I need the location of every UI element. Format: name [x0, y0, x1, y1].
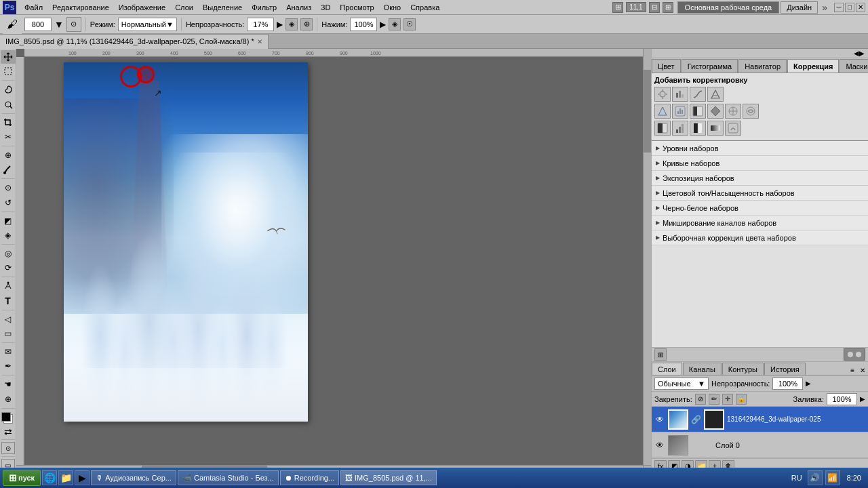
text-tool-button[interactable]: T	[1, 294, 16, 308]
slice-tool-button[interactable]: ✂	[1, 130, 16, 144]
taskbar-item-photoshop[interactable]: 🖼 IMG_8505.psd @ 11,...	[340, 470, 437, 485]
menu-edit[interactable]: Редактирование	[48, 2, 113, 13]
eyedropper-button[interactable]: ✒	[1, 359, 16, 373]
tab-close-button[interactable]: ✕	[257, 38, 262, 45]
colorbalance-adj-icon[interactable]	[743, 104, 759, 119]
layer-panel-menu[interactable]: ≡	[848, 366, 857, 375]
shape-tool-button[interactable]: ▭	[1, 327, 16, 340]
brush-tool-button[interactable]	[1, 163, 16, 176]
lock-position-btn[interactable]: ✛	[722, 394, 733, 405]
menu-layers[interactable]: Слои	[171, 2, 197, 13]
crop-tool-button[interactable]	[1, 116, 16, 129]
layer-panel-close[interactable]: ✕	[857, 366, 868, 375]
gradientmap-adj-icon[interactable]	[707, 121, 724, 136]
flow-icon[interactable]: ⊕	[300, 18, 313, 30]
move-tool-button[interactable]	[1, 50, 16, 64]
design-button[interactable]: Дизайн	[781, 1, 818, 14]
workspace-button[interactable]: Основная рабочая среда	[677, 1, 780, 14]
exposure-adj-icon[interactable]	[707, 87, 724, 102]
start-button[interactable]: ⊞ пуск	[3, 470, 41, 486]
adj-item-huesat[interactable]: ▶ Цветовой тон/Насыщенность наборов	[652, 186, 868, 201]
arrange-icon[interactable]: ⊟	[649, 2, 660, 13]
blur-tool-button[interactable]: ◎	[1, 247, 16, 260]
notes-button[interactable]: ✉	[1, 345, 16, 359]
channelmix-adj-icon[interactable]	[725, 104, 741, 119]
threshold-adj-icon[interactable]	[690, 121, 706, 136]
tab-masks[interactable]: Маски	[840, 59, 868, 73]
photofilter-adj-icon[interactable]	[707, 104, 724, 119]
bw-adj-icon[interactable]	[690, 104, 706, 119]
zoom-tool-button[interactable]: ⊕	[1, 392, 16, 405]
size-arrow[interactable]: ▼	[54, 19, 64, 30]
adj-item-curves[interactable]: ▶ Кривые наборов	[652, 156, 868, 171]
adj-item-channelmix[interactable]: ▶ Микширование каналов наборов	[652, 216, 868, 230]
vertical-scrollbar[interactable]	[643, 49, 651, 465]
menu-image[interactable]: Изображение	[115, 2, 170, 13]
mode-dropdown[interactable]: Нормальный▼	[118, 18, 177, 31]
hand-tool-button[interactable]: ☚	[1, 378, 16, 391]
healing-brush-button[interactable]: ⊕	[1, 148, 16, 162]
quick-mask-button[interactable]: ⊙	[1, 442, 15, 455]
selectivecolor-adj-icon[interactable]	[725, 121, 741, 136]
tab-layers[interactable]: Слои	[652, 363, 682, 375]
adj-item-bw[interactable]: ▶ Черно-белое наборов	[652, 201, 868, 216]
taskbar-item-recording[interactable]: ⏺ Recording...	[280, 470, 339, 485]
layer-1-visibility[interactable]: 👁	[654, 414, 665, 425]
tablet-icon[interactable]: ◈	[389, 18, 401, 30]
document-tab[interactable]: IMG_8505.psd @ 11,1% (1316429446_3d-wall…	[0, 34, 269, 49]
levels-adj-icon[interactable]	[672, 87, 688, 102]
fill-input[interactable]: 100%	[827, 393, 857, 405]
foreground-color[interactable]	[1, 412, 11, 422]
menu-window[interactable]: Окно	[380, 2, 406, 13]
huesat-adj-icon[interactable]	[654, 104, 671, 119]
fill-up-btn[interactable]: ▶	[860, 395, 865, 403]
input-language[interactable]: RU	[789, 474, 805, 482]
switch-colors[interactable]: ⇄	[4, 426, 12, 437]
panel-expand-btn[interactable]: ◀▶	[852, 49, 867, 57]
tab-channels[interactable]: Каналы	[683, 363, 722, 375]
layer-1-mask-thumbnail[interactable]	[704, 409, 724, 430]
vscroll-thumb[interactable]	[644, 70, 651, 153]
clone-stamp-button[interactable]: ⊙	[1, 181, 16, 195]
lock-pixels-btn[interactable]: ✏	[709, 394, 719, 405]
lasso-tool-button[interactable]	[1, 83, 16, 96]
eraser-button[interactable]: ◩	[1, 214, 16, 228]
blend-mode-dropdown[interactable]: Обычные▼	[654, 378, 709, 390]
toggle-airbrush[interactable]: ⊙	[66, 17, 81, 32]
tab-histogram[interactable]: Гистограмма	[682, 59, 738, 73]
close-button[interactable]: ✕	[856, 3, 865, 12]
extend-arrow[interactable]: »	[819, 2, 830, 13]
invert-adj-icon[interactable]	[654, 121, 671, 136]
brush-size-input[interactable]: 800	[24, 18, 52, 31]
panels-icon[interactable]: ⊞	[663, 2, 673, 13]
taskbar-media-icon[interactable]: ▶	[75, 470, 90, 485]
tab-color[interactable]: Цвет	[652, 59, 681, 73]
tray-volume[interactable]: 🔊	[808, 470, 823, 485]
taskbar-folder-icon[interactable]: 📁	[58, 470, 73, 485]
menu-view[interactable]: Просмотр	[336, 2, 378, 13]
layout-icon[interactable]: ⊞	[612, 2, 623, 13]
curves-adj-icon[interactable]	[690, 87, 706, 102]
canvas-area[interactable]: 100 200 300 400 500 600 700 800 900 1000	[16, 49, 651, 473]
gradient-tool-button[interactable]: ◈	[1, 228, 16, 242]
tab-history[interactable]: История	[764, 363, 806, 375]
layers-opacity-input[interactable]: 100%	[772, 378, 803, 390]
opacity-up-btn[interactable]: ▶	[806, 380, 811, 387]
tray-network[interactable]: 📶	[825, 470, 840, 485]
menu-help[interactable]: Справка	[406, 2, 443, 13]
opacity-input[interactable]: 17%	[247, 18, 274, 31]
taskbar-item-audio[interactable]: 🎙 Аудиозапись Сер...	[91, 470, 176, 485]
menu-3d[interactable]: 3D	[317, 2, 334, 13]
quick-select-button[interactable]	[1, 98, 16, 111]
current-tool-icon[interactable]: 🖌	[3, 15, 22, 34]
tab-navigator[interactable]: Навигатор	[738, 59, 787, 73]
marquee-tool-button[interactable]	[1, 64, 16, 78]
history-brush-button[interactable]: ↺	[1, 196, 16, 209]
airbrush-toggle[interactable]: ☉	[403, 18, 416, 30]
lock-all-btn[interactable]: 🔒	[736, 394, 747, 405]
lock-transparent-btn[interactable]: ⊘	[695, 394, 706, 405]
menu-file[interactable]: Файл	[20, 2, 47, 13]
adj-item-exposure[interactable]: ▶ Экспозиция наборов	[652, 171, 868, 186]
maximize-button[interactable]: □	[845, 3, 854, 12]
new-layer-set-icon[interactable]: ⊞	[654, 348, 667, 361]
